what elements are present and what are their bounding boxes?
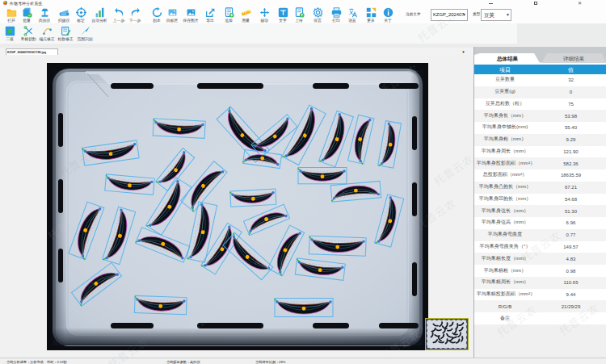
svg-text:总体结果: 总体结果 (496, 56, 519, 62)
svg-text:详细结果: 详细结果 (563, 56, 585, 62)
